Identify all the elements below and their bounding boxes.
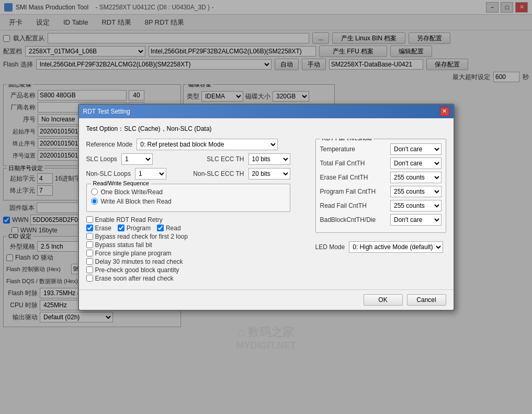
dialog-right-panel: RDT Fail Threshold Temperature Don't car… [310,139,446,256]
cb-bypass-status: Bypass status fail bit [86,241,290,249]
led-mode-label: LED Mode [315,243,345,251]
cb-delay-30: Delay 30 minutes to read check [86,258,290,265]
erase-fail-label: Erase Fail CntTH [320,174,387,181]
non-slc-ecc-label: Non-SLC ECC TH [193,170,244,177]
program-fail-select[interactable]: 255 counts [390,186,441,197]
rdt-dialog: RDT Test Setting ✕ Test Option：SLC (Cach… [78,104,455,311]
badblock-select[interactable]: Don't care [390,214,441,226]
rw-option-2-label: Write All Block then Read [101,198,172,205]
cb-erase-soon-input[interactable] [86,275,93,282]
ref-mode-row: Reference Mode 0: Ref pretest bad block … [86,139,290,150]
cb-erase[interactable] [86,225,93,231]
dialog-body: Test Option：SLC (Cache)，Non-SLC (Data) R… [79,118,454,289]
watermark-line2: MYDIGIT.NET [236,340,296,351]
badblock-label: BadBlockCntTH/Die [320,216,387,223]
non-slc-ecc-select[interactable]: 20 bits [248,168,290,180]
dialog-titlebar: RDT Test Setting ✕ [79,105,454,118]
ref-mode-select[interactable]: 0: Ref pretest bad block Mode [137,139,278,150]
non-slc-loops-select[interactable]: 1 [135,168,166,180]
cb-force-single: Force single plane program [86,250,290,257]
cb-bypass-read: Bypass read check for first 2 loop [86,233,290,240]
program-fail-row: Program Fail CntTH 255 counts [320,186,442,197]
fail-threshold-label: RDT Fail Threshold [320,139,374,141]
total-fail-label: Total Fail CntTH [320,160,387,167]
temp-select[interactable]: Don't care [390,143,441,155]
watermark-line1: ⌂ 数码之家 [238,325,294,340]
slc-row: SLC Loops 1 SLC ECC TH 10 bits [86,153,290,165]
cb-pre-check-input[interactable] [86,266,93,273]
slc-loops-label: SLC Loops [86,155,117,163]
test-option-label: Test Option：SLC (Cache)，Non-SLC (Data) [86,125,446,133]
cb-bypass-read-input[interactable] [86,233,93,240]
slc-ecc-label: SLC ECC TH [207,155,244,163]
rw-option-1-radio[interactable] [91,188,98,195]
cb-enable-rdt: Enable RDT Read Retry [86,216,290,223]
read-fail-row: Read Fail CntTH 255 counts [320,200,442,211]
rw-option-1-row: One Block Write/Read [91,188,286,196]
rw-option-1-label: One Block Write/Read [101,188,163,196]
erase-fail-select[interactable]: 255 counts [390,172,441,183]
temp-label: Temperature [320,146,387,153]
read-fail-label: Read Fail CntTH [320,202,387,209]
cb-bypass-status-input[interactable] [86,241,93,248]
dialog-close-btn[interactable]: ✕ [440,107,449,116]
slc-loops-select[interactable]: 1 [121,153,153,165]
cb-force-single-input[interactable] [86,250,93,256]
non-slc-loops-label: Non-SLC Loops [86,170,131,177]
led-mode-row: LED Mode 0: High active Mode (default) [315,241,446,253]
watermark: ⌂ 数码之家 MYDIGIT.NET [236,325,296,351]
non-slc-row: Non-SLC Loops 1 Non-SLC ECC TH 20 bits [86,168,290,180]
ok-button[interactable]: OK [364,294,403,306]
erase-fail-row: Erase Fail CntTH 255 counts [320,172,442,183]
rw-option-2-row: Write All Block then Read [91,198,286,205]
dialog-title: RDT Test Setting [83,108,130,115]
slc-ecc-select[interactable]: 10 bits [248,153,290,165]
read-fail-select[interactable]: 255 counts [390,200,441,211]
total-fail-select[interactable]: Don't care [390,158,441,169]
checkboxes-area: Enable RDT Read Retry Erase Program Read [86,216,290,282]
led-mode-select[interactable]: 0: High active Mode (default) [349,241,443,253]
rw-seq-label: Read/Write Sequence [91,180,151,186]
rw-seq-group: Read/Write Sequence One Block Write/Read… [86,184,290,212]
dialog-bottom: OK Cancel [79,289,454,310]
cb-pre-check: Pre-check good block quantity [86,266,290,274]
badblock-row: BadBlockCntTH/Die Don't care [320,214,442,226]
dialog-left-panel: Reference Mode 0: Ref pretest bad block … [86,139,290,283]
cb-enable-rdt-input[interactable] [86,216,93,223]
ref-mode-label: Reference Mode [86,141,133,148]
total-fail-row: Total Fail CntTH Don't care [320,158,442,169]
rw-option-2-radio[interactable] [91,198,98,205]
program-fail-label: Program Fail CntTH [320,188,387,195]
cb-erase-soon: Erase soon after read check [86,275,290,282]
dialog-overlay: RDT Test Setting ✕ Test Option：SLC (Cach… [0,0,532,414]
temp-row: Temperature Don't care [320,143,442,155]
cb-read[interactable] [157,225,164,231]
cancel-button[interactable]: Cancel [407,294,446,306]
cb-erase-row: Erase Program Read [86,225,290,232]
cb-delay-30-input[interactable] [86,258,93,265]
fail-threshold-group: RDT Fail Threshold Temperature Don't car… [315,139,446,233]
dialog-content: Reference Mode 0: Ref pretest bad block … [86,139,446,283]
cb-program[interactable] [118,225,124,231]
